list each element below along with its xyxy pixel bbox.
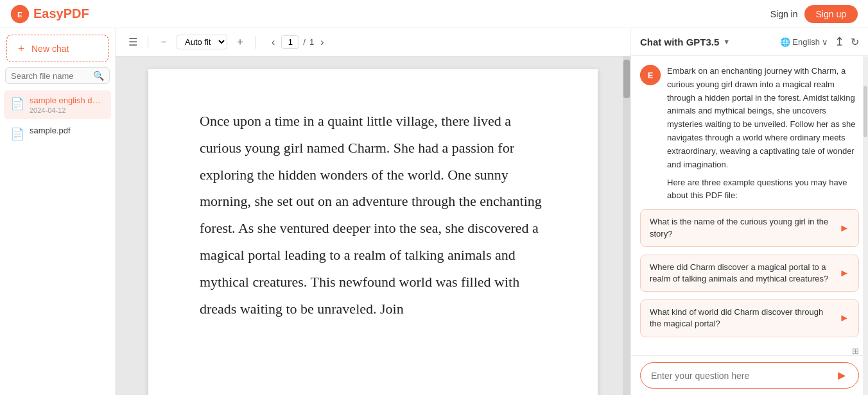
- file-name-2: sample.pdf: [30, 126, 105, 135]
- globe-icon: 🌐: [780, 37, 790, 47]
- question-text-3: What kind of world did Charm discover th…: [650, 307, 834, 330]
- chat-sidebar: Chat with GPT3.5 ▼ 🌐 English ∨ ↥ ↻ E: [630, 28, 868, 395]
- sidebar: ＋ New chat 🔍 📄 sample english doc (… 202…: [0, 28, 116, 395]
- lang-chevron-icon: ∨: [822, 37, 828, 47]
- question-text-1: What is the name of the curious young gi…: [650, 216, 834, 239]
- toolbar-divider-1: [148, 36, 148, 49]
- chat-input-box: ►: [640, 362, 859, 389]
- sidebar-toggle-button[interactable]: ☰: [126, 35, 140, 49]
- language-label: English: [792, 37, 820, 47]
- chevron-down-icon: ▼: [723, 38, 730, 46]
- chat-header: Chat with GPT3.5 ▼ 🌐 English ∨ ↥ ↻: [631, 28, 868, 56]
- sign-in-button[interactable]: Sign in: [770, 9, 798, 19]
- file-date-1: 2024-04-12: [30, 106, 105, 114]
- svg-text:E: E: [17, 10, 22, 19]
- zoom-in-button[interactable]: ＋: [232, 34, 248, 50]
- pdf-toolbar: ☰ － Auto fit 50% 75% 100% 125% 150% ＋ ‹ …: [116, 28, 630, 56]
- send-icon-2: ►: [839, 267, 849, 279]
- next-page-button[interactable]: ›: [318, 35, 326, 49]
- question-text-2: Where did Charm discover a magical porta…: [650, 262, 834, 285]
- page-separator: /: [303, 37, 306, 47]
- search-input[interactable]: [11, 71, 93, 81]
- prev-page-button[interactable]: ‹: [269, 35, 277, 49]
- chat-input-area: ►: [631, 355, 868, 395]
- copy-button[interactable]: ⊞: [852, 346, 859, 356]
- page-total: 1: [309, 37, 314, 47]
- search-icon-button[interactable]: 🔍: [93, 71, 104, 81]
- logo-text: EasyPDF: [33, 6, 89, 21]
- chat-messages: E Embark on an enchanting journey with C…: [631, 56, 868, 355]
- file-item-2[interactable]: 📄 sample.pdf: [4, 121, 111, 146]
- download-button[interactable]: ↥: [835, 35, 844, 49]
- bot-message: E Embark on an enchanting journey with C…: [640, 65, 859, 201]
- chat-send-button[interactable]: ►: [835, 368, 848, 383]
- chat-title: Chat with GPT3.5: [640, 37, 719, 47]
- chat-header-right: 🌐 English ∨ ↥ ↻: [780, 35, 859, 49]
- file-info-1: sample english doc (… 2024-04-12: [30, 96, 105, 114]
- file-icon-2: 📄: [10, 127, 24, 141]
- question-card-3[interactable]: What kind of world did Charm discover th…: [640, 299, 859, 337]
- file-list: 📄 sample english doc (… 2024-04-12 📄 sam…: [0, 89, 115, 395]
- logo: E EasyPDF: [10, 4, 89, 24]
- pdf-scrollbar[interactable]: [623, 56, 630, 395]
- chat-title-area[interactable]: Chat with GPT3.5 ▼: [640, 37, 730, 47]
- search-box: 🔍: [5, 67, 110, 84]
- toolbar-divider-2: [256, 36, 256, 49]
- page-controls: ‹ / 1 ›: [269, 35, 327, 49]
- file-icon-1: 📄: [10, 97, 24, 111]
- navbar-right: Sign in Sign up: [770, 5, 858, 23]
- bot-message-content: Embark on an enchanting journey with Cha…: [667, 65, 859, 201]
- pdf-content[interactable]: Once upon a time in a quaint little vill…: [116, 56, 630, 395]
- pdf-scrollbar-thumb: [623, 60, 630, 98]
- zoom-out-button[interactable]: －: [156, 34, 171, 50]
- refresh-button[interactable]: ↻: [851, 36, 859, 48]
- bot-avatar: E: [640, 65, 661, 85]
- chat-input[interactable]: [651, 371, 830, 381]
- chat-scrollbar-thumb: [864, 86, 867, 137]
- new-chat-label: New chat: [31, 44, 69, 54]
- copy-area: ⊞: [640, 345, 859, 356]
- auto-fit-select[interactable]: Auto fit 50% 75% 100% 125% 150%: [177, 35, 227, 49]
- pdf-page: Once upon a time in a quaint little vill…: [148, 69, 598, 395]
- pdf-text: Once upon a time in a quaint little vill…: [200, 108, 546, 322]
- navbar: E EasyPDF Sign in Sign up: [0, 0, 868, 28]
- send-icon-1: ►: [839, 223, 849, 234]
- plus-icon: ＋: [16, 42, 26, 55]
- svg-text:E: E: [648, 71, 654, 80]
- file-item-1[interactable]: 📄 sample english doc (… 2024-04-12: [4, 90, 111, 119]
- file-info-2: sample.pdf: [30, 126, 105, 135]
- bot-questions-intro: Here are three example questions you may…: [667, 176, 859, 201]
- bot-intro-text: Embark on an enchanting journey with Cha…: [667, 65, 859, 171]
- main-layout: ＋ New chat 🔍 📄 sample english doc (… 202…: [0, 28, 868, 395]
- question-card-2[interactable]: Where did Charm discover a magical porta…: [640, 255, 859, 292]
- sign-up-button[interactable]: Sign up: [804, 5, 858, 23]
- question-card-1[interactable]: What is the name of the curious young gi…: [640, 209, 859, 246]
- page-number-input[interactable]: [281, 35, 299, 49]
- file-name-1: sample english doc (…: [30, 96, 105, 105]
- pdf-viewer-area: ☰ － Auto fit 50% 75% 100% 125% 150% ＋ ‹ …: [116, 28, 630, 395]
- send-icon-3: ►: [839, 312, 849, 324]
- new-chat-button[interactable]: ＋ New chat: [6, 35, 108, 62]
- language-button[interactable]: 🌐 English ∨: [780, 37, 828, 47]
